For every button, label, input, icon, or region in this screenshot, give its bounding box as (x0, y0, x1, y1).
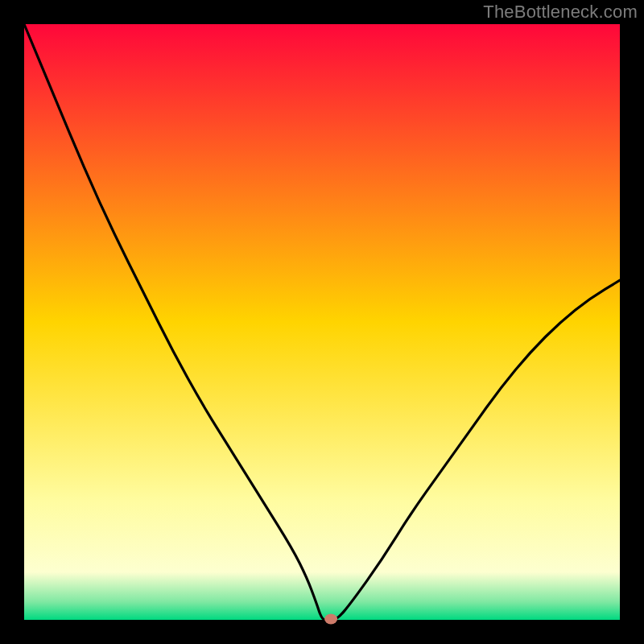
attribution-text: TheBottleneck.com (483, 2, 638, 23)
optimal-point-marker (324, 614, 337, 625)
bottleneck-chart (0, 0, 644, 644)
chart-background (24, 24, 620, 620)
chart-frame: TheBottleneck.com (0, 0, 644, 644)
